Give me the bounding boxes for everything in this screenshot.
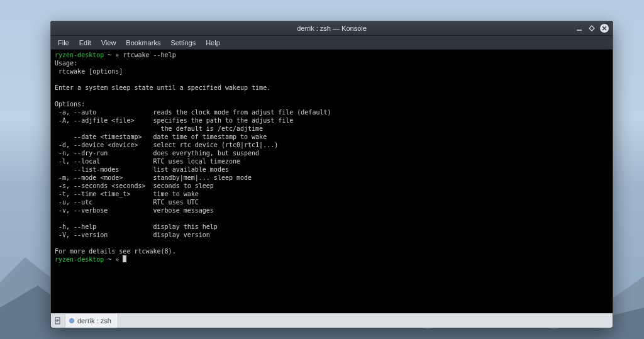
tab-label: derrik : zsh [77, 317, 111, 325]
maximize-button[interactable] [587, 24, 596, 33]
menu-bookmarks[interactable]: Bookmarks [121, 38, 165, 48]
command-output: Usage: rtcwake [options] Enter a system … [55, 60, 331, 255]
svg-rect-0 [55, 318, 60, 324]
window-controls [575, 24, 613, 33]
prompt-hostname: ryzen-desktop [55, 256, 104, 263]
menu-file[interactable]: File [53, 38, 74, 48]
text-cursor [123, 255, 126, 262]
window-titlebar[interactable]: derrik : zsh — Konsole [51, 21, 613, 36]
menu-view[interactable]: View [97, 38, 121, 48]
terminal-content[interactable]: ryzen-desktop ~ » rtcwake --help Usage: … [55, 51, 609, 264]
window-title: derrik : zsh — Konsole [51, 25, 613, 32]
prompt-path: ~ » [104, 52, 119, 58]
konsole-window: derrik : zsh — Konsole File Edit View Bo… [50, 21, 613, 328]
menu-edit[interactable]: Edit [75, 38, 96, 48]
entered-command: rtcwake --help [119, 52, 175, 58]
prompt-path: ~ » [104, 256, 123, 263]
menubar: File Edit View Bookmarks Settings Help [51, 36, 613, 50]
prompt-hostname: ryzen-desktop [55, 52, 104, 58]
tab-activity-icon [69, 318, 74, 323]
menu-help[interactable]: Help [201, 38, 225, 48]
document-icon [54, 317, 62, 325]
new-tab-button[interactable] [51, 314, 65, 328]
menu-settings[interactable]: Settings [166, 38, 200, 48]
close-button[interactable] [600, 24, 609, 33]
tab-active[interactable]: derrik : zsh [65, 314, 118, 328]
tab-bar: derrik : zsh [51, 313, 613, 328]
minimize-button[interactable] [575, 24, 584, 33]
terminal-viewport[interactable]: ryzen-desktop ~ » rtcwake --help Usage: … [51, 50, 613, 313]
